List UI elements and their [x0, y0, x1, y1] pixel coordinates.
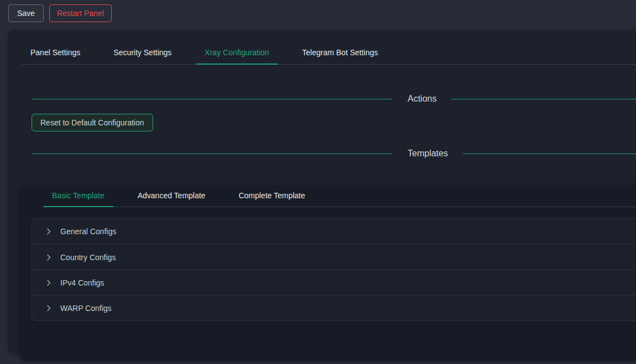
tab-xray-configuration[interactable]: Xray Configuration	[196, 44, 278, 64]
templates-section-divider: Templates	[32, 149, 636, 159]
template-tab-bar: Basic Template Advanced Template Complet…	[43, 186, 636, 207]
restart-panel-button[interactable]: Restart Panel	[49, 4, 112, 22]
save-button[interactable]: Save	[8, 4, 44, 22]
tab-basic-template[interactable]: Basic Template	[43, 186, 113, 207]
tab-panel-settings[interactable]: Panel Settings	[22, 44, 89, 64]
actions-section-divider: Actions	[32, 94, 636, 104]
tab-complete-template[interactable]: Complete Template	[230, 186, 314, 207]
config-collapse-list: General Configs Country Configs IPv4 Con…	[32, 218, 636, 321]
tab-security-settings[interactable]: Security Settings	[105, 44, 180, 64]
templates-card: Basic Template Advanced Template Complet…	[20, 186, 636, 361]
reset-default-configuration-button[interactable]: Reset to Default Configuration	[32, 114, 153, 131]
chevron-right-icon	[45, 305, 52, 312]
collapse-general-configs[interactable]: General Configs	[32, 219, 636, 244]
collapse-label: General Configs	[60, 227, 116, 236]
settings-tab-bar: Panel Settings Security Settings Xray Co…	[22, 44, 636, 65]
tab-advanced-template[interactable]: Advanced Template	[129, 186, 215, 207]
divider-line	[32, 99, 393, 99]
divider-line	[463, 154, 636, 154]
collapse-label: IPv4 Configs	[60, 278, 104, 287]
settings-card: Panel Settings Security Settings Xray Co…	[8, 30, 636, 354]
chevron-right-icon	[45, 228, 52, 235]
collapse-country-configs[interactable]: Country Configs	[32, 244, 636, 270]
collapse-warp-configs[interactable]: WARP Configs	[32, 295, 636, 320]
divider-line	[451, 99, 636, 99]
chevron-right-icon	[45, 254, 52, 261]
divider-line	[32, 154, 393, 154]
collapse-label: Country Configs	[60, 253, 116, 262]
templates-section-title: Templates	[408, 149, 448, 159]
tab-telegram-bot-settings[interactable]: Telegram Bot Settings	[293, 44, 387, 64]
collapse-ipv4-configs[interactable]: IPv4 Configs	[32, 270, 636, 295]
top-toolbar: Save Restart Panel	[0, 0, 636, 27]
chevron-right-icon	[45, 279, 52, 286]
collapse-label: WARP Configs	[60, 304, 112, 313]
actions-section-title: Actions	[408, 94, 436, 104]
